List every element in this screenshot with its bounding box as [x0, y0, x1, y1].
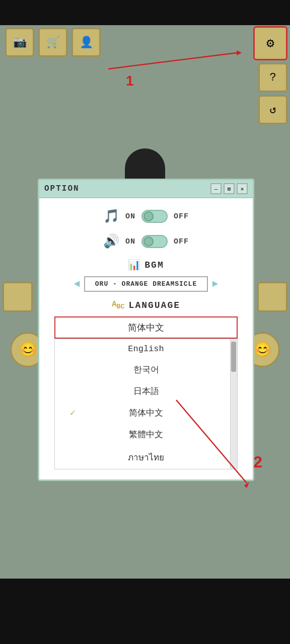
- annotation-2-label: 2: [253, 453, 262, 471]
- right-panel: [257, 282, 287, 312]
- refresh-button[interactable]: ↺: [258, 95, 287, 124]
- language-header: ABC LANGUAGE: [54, 300, 238, 310]
- top-bar: [0, 0, 290, 25]
- lang-option-japanese[interactable]: 日本語: [55, 380, 237, 402]
- scrollbar-thumb: [231, 342, 236, 372]
- lang-option-english[interactable]: English: [55, 339, 237, 359]
- dialog-titlebar: OPTION — ⊞ ✕: [39, 180, 253, 198]
- character-button[interactable]: 👤: [71, 28, 101, 57]
- lang-option-thai[interactable]: ภาษาไทย: [55, 445, 237, 469]
- minimize-button[interactable]: —: [210, 183, 222, 194]
- camera-button[interactable]: 📷: [5, 28, 34, 57]
- bgm-track-row: ◄ ORU - ORANGE DREAMSICLE ►: [54, 276, 238, 292]
- help-button[interactable]: ?: [258, 63, 287, 92]
- sfx-off-label: OFF: [174, 237, 189, 246]
- language-selected-display[interactable]: 简体中文: [54, 316, 238, 339]
- bottom-bar: [0, 579, 290, 644]
- bgm-section: 📊 BGM ◄ ORU - ORANGE DREAMSICLE ►: [54, 259, 238, 292]
- sfx-on-label: ON: [125, 237, 135, 246]
- music-off-label: OFF: [174, 212, 189, 221]
- toolbar: 📷 🛒 👤: [5, 28, 101, 57]
- language-title: LANGUAGE: [129, 300, 180, 310]
- dialog-controls: — ⊞ ✕: [210, 183, 248, 194]
- shop-button[interactable]: 🛒: [38, 28, 67, 57]
- language-section: ABC LANGUAGE 简体中文 English 한국어 日本語 简体中文 繁…: [54, 300, 238, 469]
- language-dropdown: English 한국어 日本語 简体中文 繁體中文 ภาษาไทย: [54, 339, 238, 469]
- close-button[interactable]: ✕: [237, 183, 248, 194]
- character-icon: 👤: [80, 36, 93, 49]
- dialog-title: OPTION: [44, 184, 80, 193]
- music-toggle-row: 🎵 ON OFF: [54, 208, 238, 224]
- dropdown-scrollbar[interactable]: [230, 339, 237, 469]
- dialog-body: 🎵 ON OFF 🔊 ON OFF 📊 BGM ◄ ORU - ORAN: [39, 198, 253, 479]
- bgm-bars-icon: 📊: [128, 259, 140, 271]
- sfx-icon: 🔊: [103, 233, 119, 250]
- annotation-1-label: 1: [126, 73, 134, 89]
- sfx-toggle[interactable]: [141, 235, 168, 248]
- settings-button[interactable]: ⚙: [253, 26, 287, 60]
- language-icon: ABC: [112, 300, 125, 310]
- camera-icon: 📷: [13, 36, 27, 49]
- bgm-track-display: ORU - ORANGE DREAMSICLE: [84, 276, 208, 292]
- music-toggle[interactable]: [141, 210, 168, 223]
- bgm-header: 📊 BGM: [54, 259, 238, 271]
- sfx-knob: [143, 236, 154, 247]
- option-dialog: OPTION — ⊞ ✕ 🎵 ON OFF 🔊 ON OFF: [38, 179, 254, 481]
- sfx-toggle-row: 🔊 ON OFF: [54, 233, 238, 250]
- shop-icon: 🛒: [46, 36, 60, 49]
- lang-option-korean[interactable]: 한국어: [55, 359, 237, 380]
- music-icon: 🎵: [103, 208, 119, 224]
- music-knob: [143, 211, 154, 221]
- settings-icon: ⚙: [266, 35, 274, 51]
- grid-button[interactable]: ⊞: [224, 183, 235, 194]
- bgm-title: BGM: [144, 260, 164, 270]
- bgm-next-button[interactable]: ►: [212, 278, 218, 290]
- refresh-icon: ↺: [269, 103, 276, 117]
- lang-option-traditional-chinese[interactable]: 繁體中文: [55, 424, 237, 445]
- left-panel-icon: ○: [14, 289, 22, 305]
- left-panel: ○: [3, 282, 33, 312]
- lang-option-simplified-chinese[interactable]: 简体中文: [55, 402, 237, 424]
- music-on-label: ON: [125, 212, 135, 221]
- side-buttons: ? ↺: [258, 63, 287, 124]
- bgm-prev-button[interactable]: ◄: [74, 278, 80, 290]
- help-icon: ?: [269, 71, 276, 84]
